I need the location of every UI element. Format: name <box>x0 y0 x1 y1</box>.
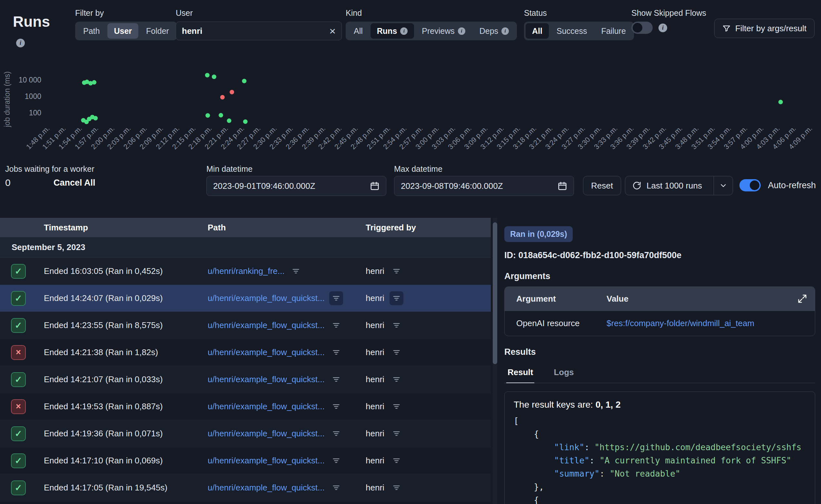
status-icon: × <box>11 345 26 360</box>
cancel-all-button[interactable]: Cancel All <box>54 178 95 188</box>
chart-dots <box>81 73 783 124</box>
user-filter-field: × <box>176 22 342 40</box>
run-timestamp: Ended 14:23:55 (Ran in 8,575s) <box>36 320 200 330</box>
min-datetime-input[interactable] <box>213 181 361 191</box>
filter-by-path-button[interactable]: Path <box>77 23 106 39</box>
chart-x-labels: 1:48 p.m.1:51 p.m.1:54 p.m.1:57 p.m.2:00… <box>24 124 814 151</box>
run-path-link[interactable]: u/henri/example_flow_quickst... <box>208 293 325 303</box>
kind-all-button[interactable]: All <box>347 23 369 39</box>
filter-by-user-icon[interactable] <box>389 345 403 359</box>
filter-by-user-icon[interactable] <box>389 481 403 495</box>
header-path: Path <box>200 223 358 233</box>
tab-result[interactable]: Result <box>506 363 534 383</box>
table-row[interactable]: ✓ Ended 14:19:36 (Ran in 0,071s) u/henri… <box>0 420 491 447</box>
y-tick-label: 10 000 <box>19 76 41 84</box>
tab-logs[interactable]: Logs <box>552 363 575 383</box>
filter-by-path-icon[interactable] <box>329 400 343 413</box>
calendar-icon[interactable] <box>558 181 567 191</box>
expand-icon[interactable] <box>786 294 807 304</box>
info-icon[interactable]: i <box>659 24 667 32</box>
filter-by-path-icon[interactable] <box>329 318 343 332</box>
argument-value-link[interactable]: $res:f/company-folder/windmill_ai_team <box>595 318 815 328</box>
info-icon: i <box>502 27 509 35</box>
show-skipped-label: Show Skipped Flows <box>631 8 706 18</box>
filter-by-user-icon[interactable] <box>389 291 403 305</box>
run-timestamp: Ended 14:17:05 (Ran in 19,545s) <box>36 483 200 493</box>
run-path-link[interactable]: u/henri/example_flow_quickst... <box>208 374 325 384</box>
status-icon: ✓ <box>11 372 26 387</box>
status-failure-button[interactable]: Failure <box>595 23 632 39</box>
filter-by-user-icon[interactable] <box>389 427 403 441</box>
load-runs-dropdown[interactable] <box>714 176 733 195</box>
kind-deps-button[interactable]: Depsi <box>473 23 515 39</box>
status-icon: ✓ <box>11 264 26 279</box>
jobs-waiting-count: 0 <box>5 177 54 188</box>
table-row[interactable]: × Ended 14:19:53 (Ran in 0,887s) u/henri… <box>0 393 491 420</box>
auto-refresh-label: Auto-refresh <box>768 180 816 190</box>
arguments-table: Argument Value OpenAI resource $res:f/co… <box>504 286 815 336</box>
status-success-button[interactable]: Success <box>550 23 593 39</box>
filter-by-path-icon[interactable] <box>329 291 343 305</box>
filter-by-user-icon[interactable] <box>389 400 403 413</box>
result-json: [ { "link": "https://github.com/deadbeef… <box>514 414 806 504</box>
run-dot-success <box>205 113 210 118</box>
scrollbar-thumb[interactable] <box>493 222 497 364</box>
run-user: henri <box>366 266 384 276</box>
auto-refresh-toggle[interactable] <box>739 179 761 191</box>
table-row[interactable]: ✓ Ended 14:23:55 (Ran in 8,575s) u/henri… <box>0 312 491 339</box>
run-dot-success <box>212 74 216 79</box>
result-viewer[interactable]: The result keys are: 0, 1, 2 [ { "link":… <box>504 392 815 504</box>
kind-group: Kind All Runsi Previewsi Depsi <box>346 8 517 40</box>
filter-args-result-button[interactable]: Filter by args/result <box>714 19 815 38</box>
status-all-button[interactable]: All <box>526 23 549 39</box>
results-title: Results <box>504 347 821 357</box>
filter-by-user-icon[interactable] <box>389 264 403 278</box>
table-row[interactable]: ✓ Ended 14:17:10 (Ran in 0,069s) u/henri… <box>0 447 491 474</box>
run-dot-success <box>93 116 98 121</box>
args-header-argument: Argument <box>505 294 595 304</box>
load-runs-button[interactable]: Last 1000 runs <box>625 176 733 195</box>
table-row[interactable]: × Ended 14:21:38 (Ran in 1,82s) u/henri/… <box>0 339 491 366</box>
filter-by-path-icon[interactable] <box>329 345 343 359</box>
reset-button[interactable]: Reset <box>583 176 621 195</box>
run-id: ID: 018a654c-d062-fbb2-d100-59fa70df500e <box>504 250 821 260</box>
filter-by-path-icon[interactable] <box>329 373 343 386</box>
table-row[interactable]: ✓ Ended 14:21:07 (Ran in 0,033s) u/henri… <box>0 366 491 393</box>
kind-previews-button[interactable]: Previewsi <box>416 23 472 39</box>
duration-chart[interactable]: job duration (ms) 10 0001000100 1:48 p.m… <box>0 41 821 170</box>
filter-by-user-icon[interactable] <box>389 454 403 468</box>
max-datetime-field <box>394 176 574 196</box>
run-path-link[interactable]: u/henri/example_flow_quickst... <box>208 402 325 412</box>
show-skipped-toggle[interactable] <box>631 22 653 34</box>
table-scrollbar[interactable] <box>493 218 497 504</box>
filter-by-folder-button[interactable]: Folder <box>140 23 175 39</box>
run-dot-success <box>205 73 210 77</box>
table-row[interactable]: ✓ Ended 14:24:07 (Ran in 0,029s) u/henri… <box>0 285 491 312</box>
filter-by-path-icon[interactable] <box>289 264 303 278</box>
run-user: henri <box>366 320 384 330</box>
kind-runs-button[interactable]: Runsi <box>370 23 415 39</box>
page-title: Runs <box>13 13 50 30</box>
run-path-link[interactable]: u/henri/ranking_fre... <box>208 266 284 276</box>
user-filter-input[interactable] <box>182 26 317 36</box>
filter-by-path-icon[interactable] <box>329 481 343 495</box>
date-group-header: September 5, 2023 <box>0 237 491 258</box>
run-path-link[interactable]: u/henri/example_flow_quickst... <box>208 483 325 493</box>
filter-by-user-button[interactable]: User <box>107 23 138 39</box>
filter-by-path-icon[interactable] <box>329 454 343 468</box>
run-timestamp: Ended 16:03:05 (Ran in 0,452s) <box>36 266 200 276</box>
status-label: Status <box>524 8 634 18</box>
table-row[interactable]: ✓ Ended 16:03:05 (Ran in 0,452s) u/henri… <box>0 258 491 285</box>
run-path-link[interactable]: u/henri/example_flow_quickst... <box>208 347 325 357</box>
run-path-link[interactable]: u/henri/example_flow_quickst... <box>208 320 325 330</box>
calendar-icon[interactable] <box>370 181 379 191</box>
filter-by-user-icon[interactable] <box>389 373 403 386</box>
run-path-link[interactable]: u/henri/example_flow_quickst... <box>208 429 325 439</box>
filter-by-path-icon[interactable] <box>329 427 343 441</box>
filter-by-user-icon[interactable] <box>389 318 403 332</box>
run-path-link[interactable]: u/henri/example_flow_quickst... <box>208 456 325 466</box>
max-datetime-input[interactable] <box>401 181 549 191</box>
table-row[interactable]: ✓ Ended 14:17:05 (Ran in 19,545s) u/henr… <box>0 474 491 501</box>
result-keys-line: The result keys are: 0, 1, 2 <box>514 400 806 410</box>
clear-user-icon[interactable]: × <box>329 25 336 36</box>
